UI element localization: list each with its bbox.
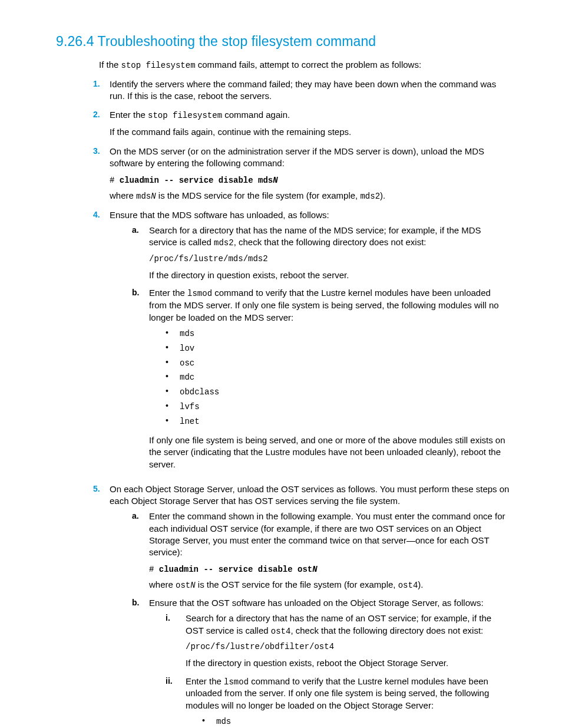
text: On each Object Storage Server, unload th… [110,483,510,508]
list-item: mdc [166,371,510,386]
step-5bii: Enter the lsmod command to verify that t… [166,676,510,728]
text: Enter the lsmod command to verify that t… [186,676,510,711]
step-2: Enter the stop filesystem command again.… [93,109,510,145]
module: lvfs [180,402,200,411]
text: Identify the servers where the command f… [110,78,510,103]
substeps: Enter the command shown in the following… [132,510,510,728]
inline-command: stop filesystem [121,61,196,70]
inline-code: mds2 [360,192,380,201]
module-list: mds lov osc mdc obdclass lvfs lnet [166,327,510,430]
inline-command: lsmod [187,289,212,298]
text: If the directory in question exists, reb… [149,269,510,281]
module: mds [216,717,231,726]
text: Ensure that the OST software has unloade… [149,597,510,609]
inline-command: lsmod [224,677,249,687]
module: lnet [180,417,200,426]
text: is the MDS service for the file system (… [156,190,361,200]
step-5: On each Object Storage Server, unload th… [93,483,510,728]
step-4a: Search for a directory that has the name… [132,225,510,287]
step-5bi: Search for a directory that has the name… [166,612,510,675]
module: osc [180,358,194,368]
module: lov [180,344,194,353]
step-4b: Enter the lsmod command to verify that t… [132,287,510,476]
text: If only one file system is being served,… [149,434,510,470]
variable: N [312,565,317,574]
module-list: mds lov osc [202,715,510,728]
list-item: lnet [166,415,510,430]
list-item: obdclass [166,386,510,400]
text: , check that the following directory doe… [234,237,427,247]
prompt: # [110,176,120,185]
text: is the OST service for the file system (… [196,579,398,589]
step-5a: Enter the command shown in the following… [132,510,510,597]
variable: N [151,192,156,201]
step-4: Ensure that the MDS software has unloade… [93,209,510,483]
text: Enter the command shown in the following… [149,510,510,558]
inline-command: stop filesystem [148,111,222,120]
path: /proc/fs/lustre/mds/mds2 [149,253,510,265]
text: command fails, attempt to correct the pr… [196,60,422,70]
text: command again. [222,110,290,120]
step-3: On the MDS server (or on the administrat… [93,146,510,209]
text: where ostN is the OST service for the fi… [149,579,510,591]
text: , check that the following directory doe… [290,625,483,635]
path: /proc/fs/lustre/obdfilter/ost4 [186,641,510,653]
inline-code: ost4 [398,581,418,590]
text: Enter the [110,110,148,120]
text: where [110,190,136,200]
text: Enter the [186,676,224,686]
step-5b: Ensure that the OST software has unloade… [132,597,510,728]
text: ). [418,579,423,589]
inline-code: mds [136,192,151,201]
command-block: # cluadmin -- service disable ostN [149,563,510,575]
inline-code: ost [176,581,190,590]
module: mds [180,329,194,338]
intro-text: If the stop filesystem command fails, at… [99,59,510,71]
list-item: mds [202,715,510,728]
module: mdc [180,373,194,382]
command: cluadmin -- service disable mds [120,176,273,185]
step-1: Identify the servers where the command f… [93,78,510,110]
text: where [149,579,176,589]
text: Enter the lsmod command to verify that t… [149,287,510,323]
text: On the MDS server (or on the administrat… [110,146,510,170]
text: Search for a directory that has the name… [186,612,510,637]
text: ). [380,190,385,200]
text: Enter the [149,288,187,298]
text: If the directory in question exists, reb… [186,657,510,669]
numbered-steps: Identify the servers where the command f… [93,78,510,728]
list-item: lov [166,342,510,357]
section-heading: 9.26.4 Troubleshooting the stop filesyst… [56,32,510,51]
substeps: Search for a directory that has the name… [132,225,510,476]
text: If the command fails again, continue wit… [110,126,510,138]
command: cluadmin -- service disable ost [159,565,312,574]
list-item: osc [166,357,510,371]
text: where mdsN is the MDS service for the fi… [110,190,510,202]
variable: N [190,581,195,590]
prompt: # [149,565,159,574]
list-item: mds [166,327,510,342]
text: If the [99,60,121,70]
text: Search for a directory that has the name… [149,225,510,249]
text: Enter the stop filesystem command again. [110,109,510,121]
inline-code: ost4 [271,627,291,636]
inline-code: mds2 [214,238,234,248]
module: obdclass [180,387,219,397]
text: Ensure that the MDS software has unloade… [110,209,510,221]
list-item: lvfs [166,400,510,415]
command-block: # cluadmin -- service disable mdsN [110,174,510,186]
variable: N [273,176,277,185]
subsubsteps: Search for a directory that has the name… [166,612,510,728]
